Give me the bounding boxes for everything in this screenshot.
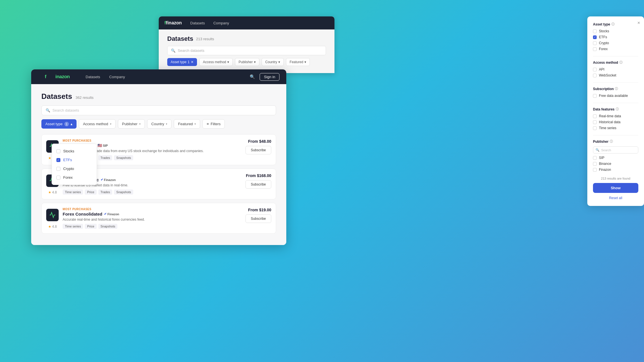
card-icon-2 xyxy=(46,209,59,221)
etfs-checkbox[interactable]: ✓ xyxy=(56,158,60,162)
dropdown-stocks[interactable]: Stocks xyxy=(52,147,97,156)
card-desc-2: Accurate real-time and historical forex … xyxy=(63,218,242,222)
publisher-search-box[interactable]: 🔍 Search xyxy=(593,146,638,154)
bg-nav-datasets[interactable]: Datasets xyxy=(190,21,205,25)
panel-checkbox-websocket[interactable] xyxy=(593,74,597,77)
bg-search[interactable]: 🔍 Search datasets xyxy=(167,46,326,55)
verified-check-icon-2: ✔ xyxy=(104,212,107,216)
card-price-2: From $19.00 xyxy=(245,208,271,212)
panel-checkbox-binance[interactable] xyxy=(593,162,597,166)
dropdown-etfs[interactable]: ✓ ETFs xyxy=(52,156,97,164)
panel-checkbox-realtime[interactable] xyxy=(593,114,597,118)
search-box[interactable]: 🔍 Search datasets xyxy=(41,105,276,115)
search-icon: 🔍 xyxy=(46,108,50,112)
panel-divider-1 xyxy=(593,56,638,56)
dropdown-crypto[interactable]: Crypto xyxy=(52,164,97,173)
panel-close-button[interactable]: × xyxy=(637,20,640,25)
filter-publisher[interactable]: Publisher ▾ xyxy=(118,119,145,129)
card-tags-2: Time series Price Snapshots xyxy=(63,224,242,229)
publisher-badge-0: 🇺🇸 SIP xyxy=(98,143,108,148)
subscription-info-icon: ⓘ xyxy=(615,87,618,91)
panel-option-time-series[interactable]: Time series xyxy=(593,126,638,130)
panel-option-websocket[interactable]: WebSocket xyxy=(593,73,638,77)
bg-filter-country[interactable]: Country ▾ xyxy=(262,58,284,66)
card-title-2: Forex Consolidated ✔ Finazon xyxy=(63,212,242,216)
access-method-info-icon: ⓘ xyxy=(619,60,622,65)
page-title: Datasets xyxy=(41,92,72,101)
panel-checkbox-finazon[interactable] xyxy=(593,168,597,172)
card-right-0: From $48.00 Subscribe xyxy=(245,139,271,154)
subscribe-button-1[interactable]: Subscribe xyxy=(245,180,271,189)
main-nav-datasets[interactable]: Datasets xyxy=(86,75,100,79)
data-features-info-icon: ⓘ xyxy=(616,107,619,111)
main-body: Datasets 362 results 🔍 Search datasets A… xyxy=(31,84,286,245)
panel-checkbox-free-data[interactable] xyxy=(593,94,597,98)
asset-type-dropdown: Stocks ✓ ETFs Crypto Forex xyxy=(52,144,97,185)
rating-2: ★ 4.8 xyxy=(48,225,57,229)
reset-button[interactable]: Reset all xyxy=(593,196,638,200)
dropdown-forex[interactable]: Forex xyxy=(52,173,97,182)
panel-asset-type-title: Asset type ⓘ xyxy=(593,22,638,26)
bg-nav-company[interactable]: Company xyxy=(213,21,229,25)
bg-nav: ffinazon Datasets Company xyxy=(159,16,334,29)
panel-checkbox-etfs[interactable]: ✓ xyxy=(593,35,597,39)
panel-divider-2 xyxy=(593,82,638,83)
subscribe-button-0[interactable]: Subscribe xyxy=(245,146,271,154)
panel-subscription-title: Subscription ⓘ xyxy=(593,87,638,91)
panel-option-crypto[interactable]: Crypto xyxy=(593,41,638,45)
panel-option-historical[interactable]: Historical data xyxy=(593,120,638,124)
panel-checkbox-api[interactable] xyxy=(593,68,597,71)
panel-option-stocks[interactable]: Stocks xyxy=(593,29,638,33)
panel-checkbox-sip[interactable] xyxy=(593,156,597,160)
bg-filter-featured[interactable]: Featured ▾ xyxy=(286,58,310,66)
subscribe-button-2[interactable]: Subscribe xyxy=(245,214,271,223)
filter-clear-icon: ▴ xyxy=(71,122,73,126)
panel-option-forex[interactable]: Forex xyxy=(593,47,638,51)
publisher-badge-2: ✔ Finazon xyxy=(104,212,119,216)
panel-option-realtime[interactable]: Real-time data xyxy=(593,114,638,118)
rating-1: ★ 4.8 xyxy=(48,190,57,194)
card-price-1: From $168.00 xyxy=(245,173,271,178)
forex-checkbox[interactable] xyxy=(56,176,60,180)
panel-checkbox-stocks[interactable] xyxy=(593,29,597,33)
filter-bar: Asset type 1 ▴ Access method ▾ Publisher… xyxy=(41,119,276,129)
panel-option-etfs[interactable]: ✓ ETFs xyxy=(593,35,638,39)
card-content-2: MOST PURCHASES Forex Consolidated ✔ Fina… xyxy=(63,208,242,229)
panel-option-free-data[interactable]: Free data available xyxy=(593,94,638,98)
crypto-checkbox[interactable] xyxy=(56,167,60,171)
bg-filter-access-method[interactable]: Access method ▾ xyxy=(199,58,233,66)
filter-all-button[interactable]: ≡ Filters xyxy=(202,119,225,129)
panel-option-api[interactable]: API xyxy=(593,67,638,71)
results-count: 362 results xyxy=(75,95,94,100)
bg-logo: ffinazon xyxy=(164,20,182,25)
main-search-icon[interactable]: 🔍 xyxy=(250,74,255,79)
panel-access-method-title: Access method ⓘ xyxy=(593,60,638,65)
main-nav-right: 🔍 Sign in xyxy=(250,73,279,81)
bg-filter-asset-type[interactable]: Asset type 1 ✕ xyxy=(167,58,197,66)
main-nav-company[interactable]: Company xyxy=(109,75,125,79)
panel-option-sip[interactable]: SIP xyxy=(593,156,638,160)
filter-access-method[interactable]: Access method ▾ xyxy=(79,119,116,129)
panel-option-finazon[interactable]: Finazon xyxy=(593,168,638,172)
bg-filter-row: Asset type 1 ✕ Access method ▾ Publisher… xyxy=(167,58,326,66)
sign-in-button[interactable]: Sign in xyxy=(260,73,279,81)
panel-checkbox-time-series[interactable] xyxy=(593,126,597,130)
publisher-badge-1: ✔ Finazon xyxy=(101,178,116,182)
card-right-2: From $19.00 Subscribe xyxy=(245,208,271,223)
bg-body: Datasets 213 results 🔍 Search datasets A… xyxy=(159,29,334,72)
show-button[interactable]: Show xyxy=(593,183,638,193)
filter-featured[interactable]: Featured ▾ xyxy=(174,119,200,129)
stocks-checkbox[interactable] xyxy=(56,149,60,153)
panel-data-features-section: Data features ⓘ Real-time data Historica… xyxy=(593,107,638,130)
panel-option-binance[interactable]: Binance xyxy=(593,162,638,166)
panel-checkbox-crypto[interactable] xyxy=(593,41,597,45)
results-label: 213 results are found xyxy=(593,177,638,180)
filter-asset-type[interactable]: Asset type 1 ▴ xyxy=(41,119,77,129)
bg-search-icon: 🔍 xyxy=(171,48,175,53)
panel-checkbox-historical[interactable] xyxy=(593,120,597,124)
main-window: finazon Datasets Company 🔍 Sign in Datas… xyxy=(31,69,286,245)
panel-checkbox-forex[interactable] xyxy=(593,47,597,51)
filter-country[interactable]: Country ▾ xyxy=(147,119,172,129)
dataset-card-2: ★ 4.8 MOST PURCHASES Forex Consolidated … xyxy=(41,203,276,234)
bg-filter-publisher[interactable]: Publisher ▾ xyxy=(235,58,259,66)
